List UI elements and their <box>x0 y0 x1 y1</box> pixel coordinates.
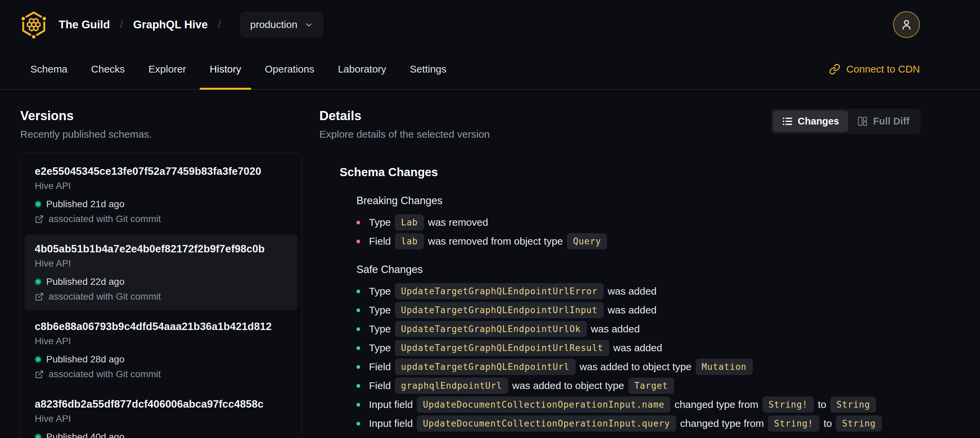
code-chip: UpdateDocumentCollectionOperationInput.n… <box>417 397 670 413</box>
published-label: Published 21d ago <box>46 199 124 210</box>
version-meta: Published 21d agoassociated with Git com… <box>35 199 287 225</box>
change-text: Input field <box>369 399 413 410</box>
user-menu-button[interactable] <box>893 11 920 38</box>
change-bullet-icon <box>356 240 360 243</box>
chevron-down-icon <box>304 20 313 29</box>
breadcrumb: The Guild / GraphQL Hive / production <box>20 10 323 39</box>
version-card[interactable]: a823f6db2a55df877dcf406006abca97fcc4858c… <box>25 390 298 438</box>
tab-checks[interactable]: Checks <box>91 49 126 89</box>
change-bullet-icon <box>356 327 360 331</box>
details-panel: Details Explore details of the selected … <box>319 108 921 438</box>
published-status: Published 22d ago <box>35 276 287 287</box>
change-list: TypeLabwas removedFieldlabwas removed fr… <box>356 214 921 250</box>
code-chip: UpdateTargetGraphQLEndpointUrlInput <box>395 302 604 318</box>
change-item: Input fieldUpdateDocumentCollectionOpera… <box>356 415 921 432</box>
change-text: to <box>818 399 826 410</box>
change-item: Input fieldUpdateDocumentCollectionOpera… <box>356 396 921 413</box>
change-text: was added <box>608 285 657 297</box>
version-service: Hive API <box>35 180 287 191</box>
change-text: Field <box>369 361 391 373</box>
change-list: TypeUpdateTargetGraphQLEndpointUrlErrorw… <box>356 283 921 432</box>
tab-operations[interactable]: Operations <box>264 49 315 89</box>
version-meta: Published 28d agoassociated with Git com… <box>35 354 287 380</box>
breadcrumb-separator: / <box>120 19 123 31</box>
git-commit-link[interactable]: associated with Git commit <box>35 369 287 380</box>
change-bullet-icon <box>356 308 360 312</box>
app-header: The Guild / GraphQL Hive / production <box>0 0 980 49</box>
version-hash: 4b05ab51b1b4a7e2e4b0ef82172f2b9f7ef98c0b <box>35 243 287 255</box>
target-selector-value: production <box>250 19 298 30</box>
change-text: Type <box>369 323 391 335</box>
version-meta: Published 40d agoassociated with Git com… <box>35 432 287 438</box>
list-icon <box>782 116 792 127</box>
change-bullet-icon <box>356 365 360 369</box>
versions-subtitle: Recently published schemas. <box>20 128 302 140</box>
git-commit-link[interactable]: associated with Git commit <box>35 291 287 302</box>
tab-history[interactable]: History <box>209 49 242 89</box>
change-text: Type <box>369 304 391 316</box>
change-group-breaking: Breaking ChangesTypeLabwas removedFieldl… <box>356 194 921 250</box>
tab-schema[interactable]: Schema <box>30 49 68 89</box>
tab-settings[interactable]: Settings <box>409 49 447 89</box>
change-text: Field <box>369 236 391 247</box>
version-list: e2e55045345ce13fe07f52a77459b83fa3fe7020… <box>20 153 302 438</box>
version-card[interactable]: e2e55045345ce13fe07f52a77459b83fa3fe7020… <box>25 157 298 233</box>
version-meta: Published 22d agoassociated with Git com… <box>35 276 287 302</box>
code-chip: Mutation <box>696 359 753 375</box>
change-text: Field <box>369 380 391 392</box>
version-service: Hive API <box>35 413 287 424</box>
connect-cdn-link[interactable]: Connect to CDN <box>829 49 920 89</box>
version-hash: a823f6db2a55df877dcf406006abca97fcc4858c <box>35 398 287 411</box>
details-subtitle: Explore details of the selected version <box>319 128 490 140</box>
code-chip: UpdateTargetGraphQLEndpointUrlResult <box>395 340 609 356</box>
target-selector-button[interactable]: production <box>240 12 323 37</box>
code-chip: Query <box>567 233 607 249</box>
breadcrumb-org[interactable]: The Guild <box>59 18 110 31</box>
tab-explorer[interactable]: Explorer <box>148 49 187 89</box>
status-dot-icon <box>35 201 41 207</box>
code-chip: updateTargetGraphQLEndpointUrl <box>395 359 576 375</box>
details-header: Details Explore details of the selected … <box>319 108 921 140</box>
full-diff-toggle-button[interactable]: Full Diff <box>848 111 919 132</box>
git-commit-label: associated with Git commit <box>49 369 161 380</box>
full-diff-toggle-label: Full Diff <box>873 116 910 127</box>
code-chip: graphqlEndpointUrl <box>395 377 508 394</box>
version-card[interactable]: c8b6e88a06793b9c4dfd54aaa21b36a1b421d812… <box>25 312 298 388</box>
published-label: Published 28d ago <box>46 354 124 365</box>
changes-toggle-button[interactable]: Changes <box>773 111 848 132</box>
code-chip: Lab <box>395 214 424 231</box>
change-group-title: Breaking Changes <box>356 194 921 207</box>
change-text: Type <box>369 217 391 228</box>
version-card[interactable]: 4b05ab51b1b4a7e2e4b0ef82172f2b9f7ef98c0b… <box>25 234 298 310</box>
change-bullet-icon <box>356 403 360 407</box>
change-text: was added to object type <box>580 361 692 373</box>
change-text: to <box>824 418 832 429</box>
code-chip: lab <box>395 233 424 249</box>
external-link-icon <box>35 370 44 379</box>
change-item: TypeLabwas removed <box>356 214 921 231</box>
versions-title: Versions <box>20 108 302 124</box>
breadcrumb-project[interactable]: GraphQL Hive <box>133 18 208 31</box>
change-text: Type <box>369 342 391 354</box>
code-chip: UpdateTargetGraphQLEndpointUrlError <box>395 283 604 299</box>
published-status: Published 40d ago <box>35 432 287 438</box>
version-hash: c8b6e88a06793b9c4dfd54aaa21b36a1b421d812 <box>35 320 287 333</box>
published-label: Published 40d ago <box>46 432 124 438</box>
change-text: was removed from object type <box>428 236 563 247</box>
tab-laboratory[interactable]: Laboratory <box>337 49 387 89</box>
git-commit-link[interactable]: associated with Git commit <box>35 213 287 225</box>
view-toggle: Changes Full Diff <box>771 109 921 134</box>
git-commit-label: associated with Git commit <box>49 291 161 302</box>
changes-toggle-label: Changes <box>798 116 839 127</box>
change-bullet-icon <box>356 422 360 425</box>
change-group-safe: Safe ChangesTypeUpdateTargetGraphQLEndpo… <box>356 263 921 432</box>
change-bullet-icon <box>356 384 360 388</box>
version-service: Hive API <box>35 258 287 269</box>
columns-icon <box>857 116 868 127</box>
published-status: Published 28d ago <box>35 354 287 365</box>
person-icon <box>900 18 913 31</box>
change-text: was added <box>591 323 640 335</box>
change-text: Type <box>369 285 391 297</box>
change-item: TypeUpdateTargetGraphQLEndpointUrlErrorw… <box>356 283 921 299</box>
external-link-icon <box>35 292 44 301</box>
